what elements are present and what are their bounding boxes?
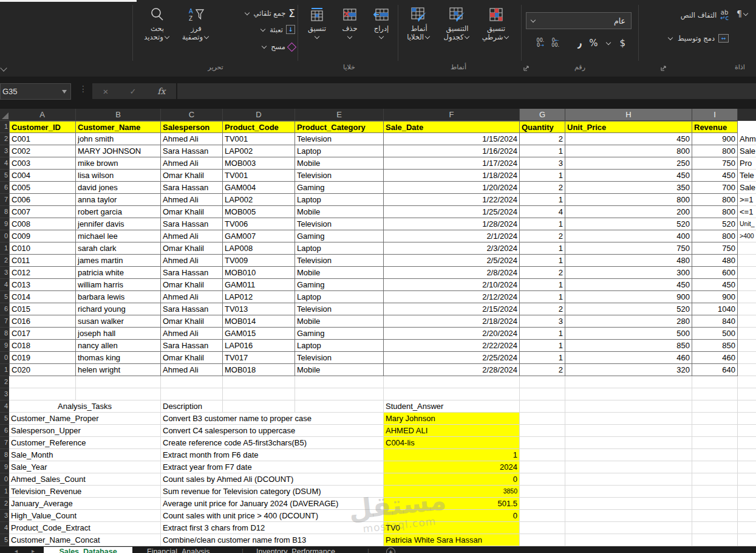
table-cell[interactable]: 200 <box>565 206 692 218</box>
table-cell[interactable]: TV001 <box>223 170 295 182</box>
empty-cell[interactable] <box>520 449 565 461</box>
empty-cell[interactable] <box>692 473 738 486</box>
table-cell[interactable]: C010 <box>9 242 76 255</box>
analysis-task-name-cell[interactable]: Product_Code_Extract <box>9 522 161 534</box>
decrease-decimal-button[interactable]: .00→0 <box>537 38 545 48</box>
table-cell[interactable]: 2/15/2024 <box>384 303 520 315</box>
analysis-answer-header-cell[interactable]: Student_Answer <box>384 400 520 413</box>
table-cell[interactable]: Laptop <box>295 194 384 206</box>
table-cell[interactable]: thomas king <box>76 352 161 364</box>
table-cell[interactable]: C004 <box>9 170 76 182</box>
analysis-answer-cell[interactable]: 0 <box>384 510 520 522</box>
empty-cell[interactable] <box>295 388 384 400</box>
empty-cell[interactable] <box>738 364 756 376</box>
analysis-answer-cell[interactable]: Mary Johnson <box>384 413 520 425</box>
add-sheet-icon[interactable]: + <box>386 548 395 553</box>
analysis-task-description-cell[interactable]: Count sales by Ahmed Ali (DCOUNT) <box>161 473 384 486</box>
insert-cells-button[interactable]: إدراج <box>366 5 397 41</box>
table-cell[interactable]: 450 <box>565 170 692 182</box>
table-cell[interactable]: LAP002 <box>223 194 295 206</box>
empty-cell[interactable] <box>565 498 692 510</box>
row-header-18[interactable]: 8 <box>0 328 9 340</box>
alignment-dialog-launcher-icon[interactable] <box>661 65 667 71</box>
edge-fragment-cell[interactable]: Unit_ <box>738 218 756 230</box>
tab-scroll-right-icon[interactable]: ▸ <box>32 548 35 553</box>
table-cell[interactable]: Ahmed Ali <box>161 230 223 242</box>
table-cell[interactable]: GAM007 <box>223 230 295 242</box>
row-header-26[interactable]: 6 <box>0 425 9 437</box>
table-cell[interactable]: Sara Hassan <box>161 267 223 279</box>
row-header-12[interactable]: 2 <box>0 255 9 267</box>
row-header-3[interactable]: 3 <box>0 145 9 157</box>
analysis-task-description-cell[interactable]: Create reference code A5-first3chars(B5) <box>161 437 384 449</box>
table-cell[interactable]: C018 <box>9 340 76 352</box>
table-cell[interactable]: 520 <box>565 218 692 230</box>
table-cell[interactable]: MOB003 <box>223 157 295 170</box>
table-cell[interactable]: 450 <box>565 133 692 145</box>
column-header-B[interactable]: B <box>76 109 161 121</box>
paragraph-direction-icon[interactable]: ¶ <box>737 9 749 18</box>
table-cell[interactable]: Ahmed Ali <box>161 157 223 170</box>
table-cell[interactable]: 2 <box>520 182 565 194</box>
table-cell[interactable]: C015 <box>9 303 76 315</box>
table-cell[interactable]: Gaming <box>295 328 384 340</box>
empty-cell[interactable] <box>76 388 161 400</box>
format-as-table-button[interactable]: التنسيق كجدول <box>438 5 476 41</box>
table-cell[interactable]: Omar Khalil <box>161 279 223 291</box>
edge-fragment-cell[interactable]: Pro <box>738 157 756 170</box>
table-cell[interactable]: TV006 <box>223 218 295 230</box>
empty-cell[interactable] <box>565 437 692 449</box>
empty-cell[interactable] <box>9 388 76 400</box>
empty-cell[interactable] <box>738 473 756 486</box>
table-cell[interactable]: 1 <box>520 255 565 267</box>
table-cell[interactable]: GAM011 <box>223 279 295 291</box>
table-cell[interactable]: joseph hall <box>76 328 161 340</box>
table-cell[interactable]: Ahmed Ali <box>161 133 223 145</box>
row-header-15[interactable]: 5 <box>0 291 9 303</box>
empty-cell[interactable] <box>692 449 738 461</box>
empty-cell[interactable] <box>738 388 756 400</box>
number-dialog-launcher-icon[interactable] <box>523 65 530 71</box>
analysis-task-description-cell[interactable]: Convert C4 salesperson to uppercase <box>161 425 384 437</box>
row-header-32[interactable]: 2 <box>0 498 9 510</box>
table-cell[interactable]: Mobile <box>295 267 384 279</box>
table-cell[interactable]: MOB018 <box>223 364 295 376</box>
table-header-cell[interactable]: Customer_ID <box>9 121 76 133</box>
empty-cell[interactable] <box>223 388 295 400</box>
row-header-17[interactable]: 7 <box>0 315 9 328</box>
analysis-task-name-cell[interactable]: Sale_Year <box>9 461 161 473</box>
table-cell[interactable]: Mobile <box>295 315 384 328</box>
row-header-20[interactable]: 0 <box>0 352 9 364</box>
table-cell[interactable]: TV001 <box>223 133 295 145</box>
empty-cell[interactable] <box>738 534 756 546</box>
currency-format-button[interactable]: $ <box>619 38 625 49</box>
table-cell[interactable]: 1 <box>520 279 565 291</box>
empty-cell[interactable] <box>520 534 565 546</box>
empty-cell[interactable] <box>520 510 565 522</box>
table-cell[interactable]: LAP002 <box>223 145 295 157</box>
table-cell[interactable]: robert garcia <box>76 206 161 218</box>
empty-cell[interactable] <box>692 461 738 473</box>
table-cell[interactable]: Gaming <box>295 182 384 194</box>
analysis-task-description-cell[interactable]: Convert B3 customer name to proper case <box>161 413 384 425</box>
empty-cell[interactable] <box>565 486 692 498</box>
analysis-answer-cell[interactable]: 2024 <box>384 461 520 473</box>
table-cell[interactable]: 2/8/2024 <box>384 267 520 279</box>
table-cell[interactable]: 480 <box>565 255 692 267</box>
empty-cell[interactable] <box>565 388 692 400</box>
table-cell[interactable]: Ahmed Ali <box>161 328 223 340</box>
empty-cell[interactable] <box>295 376 384 388</box>
table-cell[interactable]: Laptop <box>295 145 384 157</box>
table-cell[interactable]: Omar Khalil <box>161 242 223 255</box>
empty-cell[interactable] <box>738 340 756 352</box>
table-cell[interactable]: Gaming <box>295 230 384 242</box>
analysis-answer-cell[interactable]: Patricia White Sara Hassan <box>384 534 520 546</box>
table-cell[interactable]: anna taylor <box>76 194 161 206</box>
row-header-25[interactable]: 5 <box>0 413 9 425</box>
analysis-task-name-cell[interactable]: January_Average <box>9 498 161 510</box>
find-select-button[interactable]: بحث وتحديد <box>138 5 176 41</box>
name-box-dropdown-icon[interactable] <box>62 90 67 94</box>
table-cell[interactable]: 1/25/2024 <box>384 206 520 218</box>
table-header-cell[interactable]: Salesperson <box>161 121 223 133</box>
row-header-1[interactable]: 1 <box>0 121 9 133</box>
